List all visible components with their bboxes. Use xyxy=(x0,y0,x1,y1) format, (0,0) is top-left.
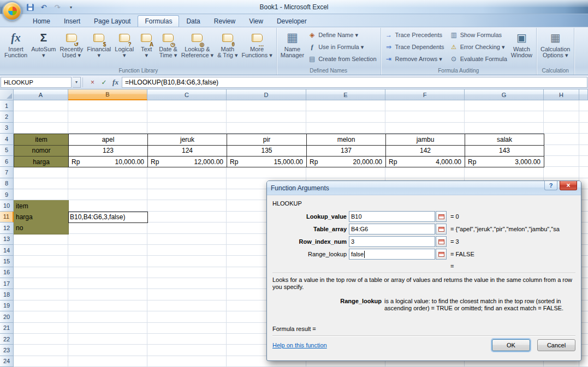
define-name-button[interactable]: ◈Define Name ▾ xyxy=(306,29,378,41)
cell-F6[interactable]: Rp4,000.00 xyxy=(385,156,465,167)
cell-G6[interactable]: Rp3,000.00 xyxy=(465,156,544,167)
name-box[interactable]: HLOOKUP xyxy=(1,77,72,88)
more-functions-button[interactable]: …MoreFunctions ▾ xyxy=(240,29,274,59)
help-on-function-link[interactable]: Help on this function xyxy=(272,342,327,348)
row-header-21[interactable]: 21 xyxy=(0,323,14,334)
error-checking-button[interactable]: ⚠Error Checking ▾ xyxy=(448,41,509,53)
cell-A5[interactable]: nomor xyxy=(14,145,69,157)
cell-C4[interactable]: jeruk xyxy=(147,134,227,145)
field-input-lookup-value[interactable]: B10 xyxy=(349,211,435,222)
column-header-G[interactable]: G xyxy=(465,89,544,100)
cell-E6[interactable]: Rp20,000.00 xyxy=(306,156,386,167)
tab-insert[interactable]: Insert xyxy=(57,15,87,27)
row-header-23[interactable]: 23 xyxy=(0,345,14,356)
insert-function-fx-button[interactable]: fx xyxy=(110,77,121,87)
cell-A10[interactable]: item xyxy=(14,200,69,212)
undo-button[interactable]: ↶ xyxy=(39,2,49,12)
row-header-3[interactable]: 3 xyxy=(0,123,14,134)
create-from-selection-button[interactable]: ▤Create from Selection xyxy=(306,53,378,65)
range-selector-button[interactable] xyxy=(436,236,447,247)
column-header-E[interactable]: E xyxy=(306,89,385,100)
cancel-entry-button[interactable]: × xyxy=(87,77,98,87)
cell-B6[interactable]: Rp10,000.00 xyxy=(68,156,148,167)
cell-A11[interactable]: harga xyxy=(14,212,69,223)
math-trig-button[interactable]: θMath& Trig ▾ xyxy=(216,29,239,59)
row-header-20[interactable]: 20 xyxy=(0,311,14,322)
cell-D6[interactable]: Rp15,000.00 xyxy=(227,156,307,167)
tab-developer[interactable]: Developer xyxy=(270,15,313,27)
enter-entry-button[interactable]: ✓ xyxy=(99,77,109,87)
column-header-H[interactable]: H xyxy=(544,89,579,100)
redo-button[interactable]: ↷ xyxy=(52,2,62,12)
row-header-10[interactable]: 10 xyxy=(0,200,14,211)
dialog-titlebar[interactable]: Function Arguments ? × xyxy=(267,181,581,195)
dialog-close-button[interactable]: × xyxy=(560,181,577,190)
tab-formulas[interactable]: Formulas xyxy=(138,15,179,27)
financial-button[interactable]: $Financial▾ xyxy=(85,29,112,59)
cell-E4[interactable]: melon xyxy=(306,134,386,145)
trace-dependents-button[interactable]: ⇒Trace Dependents xyxy=(383,41,446,53)
row-header-8[interactable]: 8 xyxy=(0,178,14,189)
trace-precedents-button[interactable]: →Trace Precedents xyxy=(383,29,446,41)
field-input-table-array[interactable]: B4:G6 xyxy=(349,224,435,234)
row-header-6[interactable]: 6 xyxy=(0,156,14,167)
row-header-16[interactable]: 16 xyxy=(0,267,14,278)
row-header-13[interactable]: 13 xyxy=(0,234,14,245)
cell-G5[interactable]: 143 xyxy=(465,145,544,157)
evaluate-formula-button[interactable]: ⊙Evaluate Formula xyxy=(448,53,509,65)
cell-B5[interactable]: 123 xyxy=(68,145,148,157)
row-header-14[interactable]: 14 xyxy=(0,245,14,256)
logical-button[interactable]: ?Logical▾ xyxy=(113,29,135,59)
cell-F5[interactable]: 142 xyxy=(385,145,465,157)
tab-view[interactable]: View xyxy=(242,15,270,27)
cell-E5[interactable]: 137 xyxy=(306,145,386,157)
lookup-reference-button[interactable]: ◎Lookup &Reference ▾ xyxy=(180,29,215,59)
cell-A6[interactable]: harga xyxy=(14,156,69,167)
text-button[interactable]: AText▾ xyxy=(136,29,157,59)
column-header-D[interactable]: D xyxy=(227,89,306,100)
row-header-22[interactable]: 22 xyxy=(0,334,14,345)
cell-A12[interactable]: no xyxy=(14,222,69,234)
recently-used-button[interactable]: ↺RecentlyUsed ▾ xyxy=(58,29,85,59)
cell-D5[interactable]: 135 xyxy=(227,145,307,157)
name-manager-button[interactable]: ▦NameManager xyxy=(279,29,306,59)
row-header-12[interactable]: 12 xyxy=(0,222,14,233)
cell-A4[interactable]: item xyxy=(14,134,69,145)
row-header-17[interactable]: 17 xyxy=(0,278,14,289)
cell-C6[interactable]: Rp12,000.00 xyxy=(147,156,227,167)
cell-F4[interactable]: jambu xyxy=(385,134,465,145)
save-button[interactable] xyxy=(25,2,35,12)
customize-qat-button[interactable]: ▾ xyxy=(66,2,76,12)
column-header-C[interactable]: C xyxy=(147,89,227,100)
remove-arrows-button[interactable]: ⇥Remove Arrows ▾ xyxy=(383,53,446,65)
tab-data[interactable]: Data xyxy=(180,15,206,27)
row-header-5[interactable]: 5 xyxy=(0,145,14,156)
formula-input[interactable]: =HLOOKUP(B10,B4:G6,3,false) xyxy=(122,77,587,88)
dialog-help-button[interactable]: ? xyxy=(544,181,557,190)
row-header-1[interactable]: 1 xyxy=(0,100,14,111)
calculation-options-button[interactable]: ▦CalculationOptions ▾ xyxy=(539,29,572,59)
date-time-button[interactable]: ◷Date &Time ▾ xyxy=(157,29,179,59)
name-box-dropdown[interactable]: ▾ xyxy=(73,77,81,88)
office-button[interactable] xyxy=(2,1,22,21)
tab-review[interactable]: Review xyxy=(207,15,242,27)
row-header-9[interactable]: 9 xyxy=(0,189,14,200)
show-formulas-button[interactable]: ▥Show Formulas xyxy=(448,29,509,41)
tab-page-layout[interactable]: Page Layout xyxy=(87,15,137,27)
insert-function-button[interactable]: fxInsertFunction xyxy=(3,29,29,59)
row-header-4[interactable]: 4 xyxy=(0,134,14,145)
tab-home[interactable]: Home xyxy=(26,15,57,27)
cell-D4[interactable]: pir xyxy=(227,134,307,145)
field-input-row-index-num[interactable]: 3 xyxy=(349,236,435,247)
select-all-corner[interactable] xyxy=(0,89,14,100)
row-header-11[interactable]: 11 xyxy=(0,212,14,222)
row-header-19[interactable]: 19 xyxy=(0,300,14,311)
row-header-24[interactable]: 24 xyxy=(0,356,14,367)
cell-C5[interactable]: 124 xyxy=(147,145,227,157)
row-header-7[interactable]: 7 xyxy=(0,167,14,178)
ok-button[interactable]: OK xyxy=(492,339,530,351)
field-input-range-lookup[interactable]: false xyxy=(349,249,435,260)
column-header-partial[interactable] xyxy=(579,89,588,100)
column-header-B[interactable]: B xyxy=(68,89,147,100)
use-in-formula-button[interactable]: ƒUse in Formula ▾ xyxy=(306,41,378,53)
